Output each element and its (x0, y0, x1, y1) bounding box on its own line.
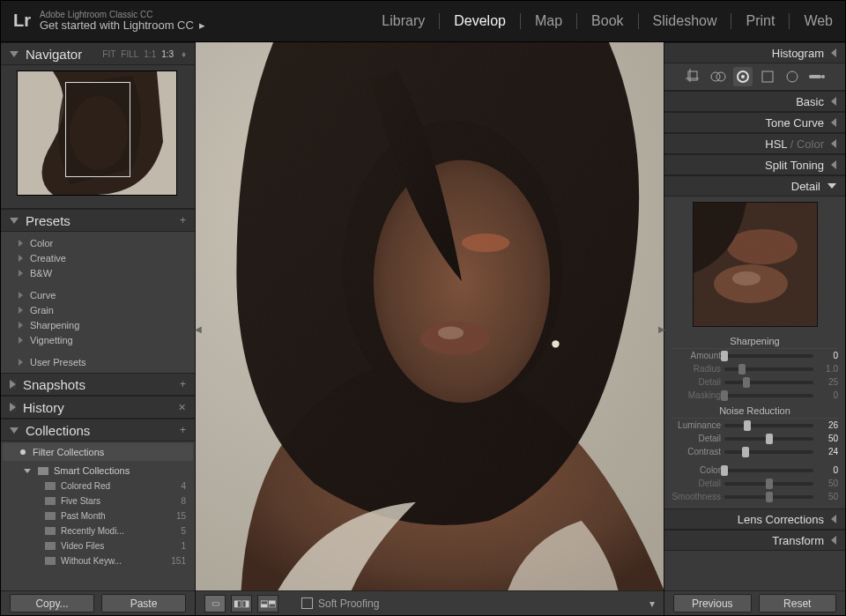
slider-track[interactable] (724, 394, 813, 397)
slider-knob[interactable] (744, 420, 751, 431)
disclosure-left-icon (831, 139, 836, 148)
toolbar-chevron-icon[interactable]: ▾ (649, 597, 655, 610)
soft-proof-checkbox[interactable] (301, 597, 313, 609)
sharpening-detail-slider[interactable]: Detail25 (672, 375, 838, 389)
slider-track[interactable] (724, 495, 813, 499)
previous-button[interactable]: Previous (673, 594, 752, 612)
collection-item[interactable]: Colored Red4 (1, 479, 195, 494)
collection-item[interactable]: Without Keyw...151 (1, 553, 195, 568)
crop-icon[interactable] (684, 67, 703, 86)
left-expander-icon[interactable]: ◀ (195, 315, 201, 342)
detail-preview[interactable] (693, 202, 818, 327)
preset-group[interactable]: Curve (1, 287, 195, 302)
slider-track[interactable] (724, 437, 813, 441)
slider-knob[interactable] (742, 447, 749, 457)
noise-color-slider[interactable]: Color0 (672, 464, 838, 477)
hsl-color-header[interactable]: HSL / Color (664, 133, 845, 154)
noise-detail-slider[interactable]: Detail50 (672, 477, 838, 490)
slider-knob[interactable] (721, 390, 728, 401)
adjustment-brush-icon[interactable] (807, 67, 827, 86)
slider-knob[interactable] (721, 351, 728, 361)
noise-smoothness-slider[interactable]: Smoothness50 (672, 490, 838, 503)
graduated-filter-icon[interactable] (758, 67, 777, 86)
slider-track[interactable] (724, 354, 813, 358)
zoom-frame[interactable] (65, 82, 130, 177)
snapshots-header[interactable]: Snapshots + (1, 373, 195, 396)
nav-zoom-popup-icon[interactable]: ♦ (179, 49, 186, 59)
slider-knob[interactable] (721, 465, 728, 476)
presets-header[interactable]: Presets + (1, 209, 195, 232)
collection-item[interactable]: Recently Modi...5 (1, 523, 195, 538)
collections-header[interactable]: Collections + (1, 419, 195, 442)
sharpening-amount-slider[interactable]: Amount0 (672, 349, 838, 362)
history-header[interactable]: History ✕ (1, 396, 195, 419)
navigator-thumbnail[interactable] (17, 71, 177, 196)
right-expander-icon[interactable]: ▶ (658, 315, 664, 342)
add-preset-icon[interactable]: + (180, 214, 186, 226)
collection-item[interactable]: Five Stars8 (1, 494, 195, 508)
nav-mode-FIT[interactable]: FIT (102, 49, 115, 59)
preset-group[interactable]: B&W (1, 265, 195, 280)
module-develop[interactable]: Develop (454, 13, 506, 29)
slider-track[interactable] (724, 381, 813, 384)
preset-group[interactable]: User Presets (1, 354, 195, 369)
radial-filter-icon[interactable] (783, 67, 802, 86)
before-after-lr-button[interactable]: ◧◨ (231, 595, 252, 612)
preset-group[interactable]: Creative (1, 250, 195, 265)
spot-removal-icon[interactable] (709, 67, 728, 86)
histogram-header[interactable]: Histogram (664, 42, 845, 63)
slider-knob[interactable] (766, 492, 773, 502)
module-library[interactable]: Library (382, 13, 425, 29)
slider-knob[interactable] (743, 377, 750, 388)
preview-area[interactable] (196, 42, 664, 590)
before-after-tb-button[interactable]: ⬓⬒ (257, 595, 278, 612)
paste-button[interactable]: Paste (101, 594, 186, 612)
add-snapshot-icon[interactable]: + (180, 378, 186, 390)
reset-button[interactable]: Reset (759, 594, 837, 612)
add-collection-icon[interactable]: + (180, 424, 186, 436)
transform-header[interactable]: Transform (664, 530, 845, 551)
preset-group[interactable]: Sharpening (1, 317, 195, 332)
module-book[interactable]: Book (591, 13, 623, 29)
basic-header[interactable]: Basic (664, 91, 845, 112)
filter-collections[interactable]: Filter Collections (3, 443, 193, 461)
nav-mode-FILL[interactable]: FILL (121, 49, 138, 59)
collection-item[interactable]: Video Files1 (1, 538, 195, 553)
slider-knob[interactable] (738, 364, 746, 375)
slider-track[interactable] (724, 450, 813, 454)
module-map[interactable]: Map (535, 13, 562, 29)
nav-mode-1-3[interactable]: 1:3 (161, 49, 174, 59)
slider-track[interactable] (724, 482, 813, 486)
detail-header[interactable]: Detail (664, 175, 845, 197)
collection-item[interactable]: Past Month15 (1, 508, 195, 523)
slider-track[interactable] (724, 424, 813, 427)
lens-corrections-header[interactable]: Lens Corrections (664, 508, 845, 530)
noise-luminance-slider[interactable]: Luminance26 (672, 419, 838, 432)
navigator-header[interactable]: Navigator FITFILL1:11:3 ♦ (1, 42, 195, 65)
slider-knob[interactable] (766, 479, 773, 489)
clear-history-icon[interactable]: ✕ (178, 402, 186, 413)
tone-curve-header[interactable]: Tone Curve (664, 112, 845, 133)
module-print[interactable]: Print (746, 13, 775, 29)
noise-contrast-slider[interactable]: Contrast24 (672, 445, 838, 458)
sharpening-masking-slider[interactable]: Masking0 (672, 389, 838, 402)
module-web[interactable]: Web (804, 13, 833, 29)
app-title-big[interactable]: Get started with Lightroom CC ▸ (40, 19, 205, 32)
module-slideshow[interactable]: Slideshow (653, 13, 717, 29)
slider-track[interactable] (724, 469, 813, 472)
split-toning-header[interactable]: Split Toning (664, 154, 845, 175)
slider-knob[interactable] (766, 434, 773, 444)
preset-group[interactable]: Vignetting (1, 332, 195, 347)
disclosure-right-icon (19, 270, 23, 277)
loupe-view-button[interactable]: ▭ (204, 595, 226, 612)
preset-group[interactable]: Color (1, 235, 195, 250)
copy-button[interactable]: Copy... (10, 594, 94, 612)
sharpening-radius-slider[interactable]: Radius1.0 (672, 362, 838, 375)
redeye-icon[interactable] (733, 67, 753, 86)
noise-detail-slider[interactable]: Detail50 (672, 432, 838, 445)
slider-track[interactable] (724, 367, 813, 371)
smart-collections-group[interactable]: Smart Collections (1, 463, 195, 479)
preset-group[interactable]: Grain (1, 302, 195, 317)
disclosure-down-icon (10, 218, 19, 224)
nav-mode-1-1[interactable]: 1:1 (144, 49, 156, 59)
